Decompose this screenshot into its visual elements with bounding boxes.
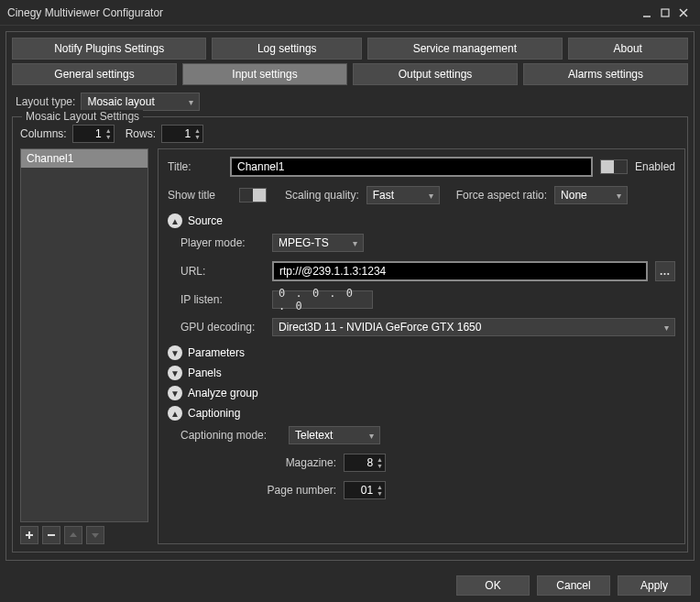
gpu-value: Direct3D 11 - NVIDIA GeForce GTX 1650 xyxy=(279,321,481,334)
show-title-toggle[interactable] xyxy=(239,188,267,202)
panels-header-label: Panels xyxy=(188,367,222,379)
captioning-header-label: Captioning xyxy=(188,407,240,420)
cancel-button[interactable]: Cancel xyxy=(537,575,610,596)
move-down-button[interactable] xyxy=(86,526,104,544)
url-label: URL: xyxy=(180,265,265,278)
window-title: Cinegy Multiviewer Configurator xyxy=(7,6,163,19)
main-frame: Notify Plugins Settings Log settings Ser… xyxy=(5,31,695,561)
tab-output-settings[interactable]: Output settings xyxy=(353,63,518,85)
footer-buttons: OK Cancel Apply xyxy=(0,566,700,596)
mosaic-fieldset: Mosaic Layout Settings Columns: 1 ▲▼ Row… xyxy=(12,116,688,553)
tab-log-settings[interactable]: Log settings xyxy=(212,38,362,60)
rows-value: 1 xyxy=(168,127,194,140)
url-browse-button[interactable]: … xyxy=(655,261,675,281)
scaling-combo[interactable]: Fast ▾ xyxy=(366,186,440,204)
layout-type-value: Mosaic layout xyxy=(87,95,154,108)
expand-icon: ▲ xyxy=(168,213,182,228)
columns-value: 1 xyxy=(79,127,105,140)
analyze-header[interactable]: ▼ Analyze group xyxy=(168,386,675,400)
player-mode-label: Player mode: xyxy=(180,236,265,249)
show-title-label: Show title xyxy=(168,189,232,202)
title-input[interactable] xyxy=(230,157,593,177)
page-number-label: Page number: xyxy=(254,484,336,497)
tab-service-management[interactable]: Service management xyxy=(367,38,562,60)
page-number-value: 01 xyxy=(350,484,377,497)
apply-button[interactable]: Apply xyxy=(618,575,691,596)
source-header[interactable]: ▲ Source xyxy=(168,213,675,228)
captioning-mode-value: Teletext xyxy=(295,429,333,442)
player-mode-combo[interactable]: MPEG-TS ▾ xyxy=(272,234,364,252)
rows-label: Rows: xyxy=(126,127,156,140)
collapse-icon: ▼ xyxy=(168,345,182,360)
player-mode-value: MPEG-TS xyxy=(279,236,329,249)
aspect-value: None xyxy=(561,189,587,202)
parameters-header[interactable]: ▼ Parameters xyxy=(168,345,675,360)
chevron-down-icon: ▾ xyxy=(609,191,621,201)
aspect-combo[interactable]: None ▾ xyxy=(554,186,628,204)
captioning-mode-label: Captioning mode: xyxy=(180,429,281,442)
enabled-label: Enabled xyxy=(635,160,675,173)
stepper-arrows-icon: ▲▼ xyxy=(194,127,201,140)
move-up-button[interactable] xyxy=(64,526,82,544)
maximize-button[interactable] xyxy=(656,4,674,22)
channel-item[interactable]: Channel1 xyxy=(21,149,148,168)
chevron-down-icon: ▾ xyxy=(362,431,374,441)
title-bar: Cinegy Multiviewer Configurator xyxy=(0,0,700,26)
layout-type-combo[interactable]: Mosaic layout ▾ xyxy=(81,93,200,111)
tab-row-bottom: General settings Input settings Output s… xyxy=(12,63,688,85)
url-input[interactable] xyxy=(272,261,648,281)
captioning-mode-combo[interactable]: Teletext ▾ xyxy=(289,426,380,444)
expand-icon: ▲ xyxy=(168,406,182,421)
source-header-label: Source xyxy=(188,214,223,227)
collapse-icon: ▼ xyxy=(168,366,182,380)
close-button[interactable] xyxy=(674,4,693,22)
collapse-icon: ▼ xyxy=(168,386,182,400)
title-label: Title: xyxy=(168,160,223,173)
svg-rect-1 xyxy=(662,9,669,16)
chevron-down-icon: ▾ xyxy=(657,323,669,333)
page-number-stepper[interactable]: 01 ▲▼ xyxy=(344,481,386,499)
stepper-arrows-icon: ▲▼ xyxy=(377,456,383,469)
remove-channel-button[interactable] xyxy=(42,526,60,544)
scaling-value: Fast xyxy=(373,189,394,202)
gpu-label: GPU decoding: xyxy=(180,321,265,334)
channel-list-column: Channel1 xyxy=(20,148,148,544)
layout-type-label: Layout type: xyxy=(16,95,75,108)
tab-notify-plugins[interactable]: Notify Plugins Settings xyxy=(12,38,206,60)
enabled-toggle[interactable] xyxy=(600,159,628,174)
chevron-down-icon: ▾ xyxy=(181,97,193,107)
tab-row-top: Notify Plugins Settings Log settings Ser… xyxy=(12,38,688,60)
aspect-label: Force aspect ratio: xyxy=(456,189,547,202)
rows-stepper[interactable]: 1 ▲▼ xyxy=(161,125,203,143)
channel-settings-panel: Title: Enabled Show title Scaling qualit… xyxy=(158,148,685,544)
tab-about[interactable]: About xyxy=(568,38,688,60)
tab-input-settings[interactable]: Input settings xyxy=(182,63,347,85)
captioning-header[interactable]: ▲ Captioning xyxy=(168,406,675,421)
chevron-down-icon: ▾ xyxy=(421,191,433,201)
chevron-down-icon: ▾ xyxy=(345,238,357,248)
magazine-stepper[interactable]: 8 ▲▼ xyxy=(344,454,386,472)
columns-stepper[interactable]: 1 ▲▼ xyxy=(72,125,115,143)
minimize-button[interactable] xyxy=(638,4,656,22)
gpu-combo[interactable]: Direct3D 11 - NVIDIA GeForce GTX 1650 ▾ xyxy=(272,318,675,336)
parameters-header-label: Parameters xyxy=(188,346,245,359)
scaling-label: Scaling quality: xyxy=(285,189,359,202)
analyze-header-label: Analyze group xyxy=(188,387,258,400)
mosaic-legend: Mosaic Layout Settings xyxy=(22,110,143,123)
columns-label: Columns: xyxy=(20,127,67,140)
channel-list[interactable]: Channel1 xyxy=(20,148,148,522)
stepper-arrows-icon: ▲▼ xyxy=(377,484,383,497)
magazine-value: 8 xyxy=(350,456,377,469)
tab-alarms-settings[interactable]: Alarms settings xyxy=(523,63,688,85)
tab-general-settings[interactable]: General settings xyxy=(12,63,177,85)
ip-listen-input[interactable]: 0 . 0 . 0 . 0 xyxy=(272,290,373,309)
ip-listen-label: IP listen: xyxy=(180,293,265,306)
panels-header[interactable]: ▼ Panels xyxy=(168,366,675,380)
ok-button[interactable]: OK xyxy=(456,575,530,596)
stepper-arrows-icon: ▲▼ xyxy=(105,127,112,140)
magazine-label: Magazine: xyxy=(254,456,336,469)
add-channel-button[interactable] xyxy=(20,526,38,544)
